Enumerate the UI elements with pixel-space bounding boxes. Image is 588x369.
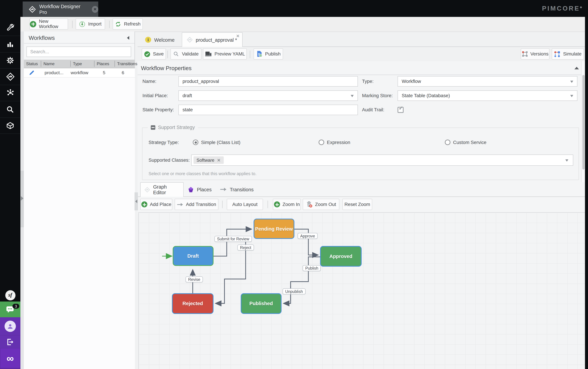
tab-product-approval[interactable]: product_approval * ✕ bbox=[182, 32, 243, 47]
row-transitions: 6 bbox=[122, 68, 124, 77]
graph-node-draft[interactable]: Draft bbox=[173, 246, 214, 266]
name-field[interactable]: product_approval bbox=[178, 76, 358, 87]
radio-simple-class-list[interactable] bbox=[193, 140, 198, 145]
workflow-search-input[interactable] bbox=[26, 46, 131, 57]
toolbar-divider bbox=[250, 51, 250, 58]
zoom-out-button[interactable]: Zoom Out bbox=[303, 199, 339, 210]
type-select[interactable]: Workflow bbox=[398, 76, 578, 87]
radio-custom-service[interactable] bbox=[445, 140, 450, 145]
collapse-panel-icon[interactable] bbox=[127, 36, 129, 40]
column-header-transitions[interactable]: Transitions bbox=[117, 60, 138, 68]
places-gem-icon bbox=[188, 186, 194, 193]
new-workflow-button[interactable]: New Workflow bbox=[30, 18, 68, 30]
assets-cube-icon bbox=[6, 121, 14, 130]
sidebar-item-search[interactable] bbox=[0, 101, 20, 118]
avatar bbox=[5, 321, 16, 332]
column-header-name[interactable]: Name bbox=[43, 60, 54, 68]
splitter-handle[interactable] bbox=[20, 171, 24, 227]
reports-icon bbox=[6, 40, 14, 48]
edit-pencil-icon[interactable] bbox=[29, 70, 35, 76]
tab-places[interactable]: Places bbox=[188, 182, 212, 197]
refresh-button[interactable]: Refresh bbox=[113, 18, 143, 30]
edge-label-publish[interactable]: Publish bbox=[303, 265, 321, 271]
main-content: i Welcome product_approval * ✕ Save Vali… bbox=[138, 31, 585, 369]
app-tab-close-icon[interactable]: ✕ bbox=[92, 6, 98, 13]
collapse-minus-icon[interactable] bbox=[151, 125, 155, 130]
workflows-panel-title: Workflows bbox=[29, 35, 55, 41]
tab-graph-editor[interactable]: Graph Editor bbox=[140, 182, 184, 197]
sidebar-item-symfony[interactable]: sf bbox=[0, 289, 20, 302]
validate-button[interactable]: Validate bbox=[170, 48, 201, 60]
add-place-button[interactable]: Add Place bbox=[140, 199, 172, 210]
settings-gear-icon bbox=[6, 56, 15, 65]
marking-store-select[interactable]: State Table (Database) bbox=[398, 90, 578, 101]
sidebar-item-tools[interactable] bbox=[0, 20, 20, 36]
state-property-field[interactable]: state bbox=[178, 105, 358, 115]
sidebar-item-profile[interactable] bbox=[0, 317, 20, 335]
supported-classes-label: Supported Classes: bbox=[149, 157, 190, 163]
add-transition-button[interactable]: Add Transition bbox=[175, 199, 219, 210]
sidebar-item-settings[interactable] bbox=[0, 52, 20, 69]
sidebar-item-logout[interactable] bbox=[0, 335, 20, 348]
versions-button[interactable]: Versions bbox=[521, 48, 549, 60]
class-tag-software[interactable]: Software ✕ bbox=[193, 156, 224, 164]
zoom-in-button[interactable]: Zoom In bbox=[273, 199, 301, 210]
app-tab-workflow-designer[interactable]: Workflow Designer Pro ✕ bbox=[23, 1, 98, 17]
save-check-icon bbox=[144, 51, 150, 57]
sidebar-splitter[interactable] bbox=[20, 31, 24, 369]
plus-circle-icon bbox=[141, 201, 147, 207]
grid-empty-area bbox=[24, 78, 135, 369]
graph-node-rejected[interactable]: Rejected bbox=[172, 293, 214, 314]
column-header-status[interactable]: Status bbox=[26, 60, 38, 68]
sidebar-item-connections[interactable] bbox=[0, 85, 20, 101]
close-tab-icon[interactable]: ✕ bbox=[236, 34, 239, 39]
tab-welcome[interactable]: i Welcome bbox=[140, 33, 180, 46]
toolbar-divider bbox=[72, 20, 72, 28]
simulate-button[interactable]: Simulate bbox=[552, 48, 584, 60]
import-button[interactable]: Import bbox=[76, 18, 105, 30]
sidebar-item-workflow[interactable] bbox=[0, 69, 20, 85]
tab-transitions[interactable]: Transitions bbox=[220, 182, 254, 197]
remove-tag-icon[interactable]: ✕ bbox=[217, 158, 220, 163]
graph-node-pending_review[interactable]: Pending Review bbox=[253, 219, 294, 239]
initial-place-select[interactable]: draft bbox=[178, 90, 358, 101]
initial-place-label: Initial Place: bbox=[142, 90, 168, 101]
edge-label-reject[interactable]: Reject bbox=[237, 245, 254, 251]
publish-button[interactable]: Publish bbox=[253, 48, 283, 60]
workflow-table-row[interactable]: product... workflow 5 6 bbox=[24, 68, 135, 78]
reset-zoom-button[interactable]: Reset Zoom bbox=[342, 199, 372, 210]
workflow-diamond-icon bbox=[6, 72, 14, 81]
edge-label-submit-for-review[interactable]: Submit for Review bbox=[214, 236, 252, 242]
audit-trail-checkbox[interactable]: ✓ bbox=[398, 107, 404, 113]
column-header-type[interactable]: Type bbox=[73, 60, 82, 68]
graph-node-approved[interactable]: Approved bbox=[320, 246, 361, 266]
sidebar-item-reports[interactable] bbox=[0, 36, 20, 53]
edge-label-unpublish[interactable]: Unpublish bbox=[283, 288, 306, 294]
main-sidebar: sf 3 ∞ bbox=[0, 0, 20, 369]
validate-magnifier-icon bbox=[173, 51, 179, 57]
sidebar-item-assets[interactable] bbox=[0, 117, 20, 134]
sidebar-item-pimcore[interactable]: ∞ bbox=[0, 348, 20, 369]
connections-hub-icon bbox=[6, 89, 14, 97]
check-icon: ✓ bbox=[399, 105, 403, 111]
panel-splitter-handle[interactable] bbox=[135, 192, 138, 210]
column-header-places[interactable]: Places bbox=[97, 60, 109, 68]
edge-label-revise[interactable]: Revise bbox=[185, 277, 203, 282]
workflows-grid-header[interactable]: Status Name Type Places Transitions bbox=[24, 60, 135, 68]
collapse-properties-icon[interactable] bbox=[574, 67, 579, 69]
sidebar-item-notifications[interactable]: 3 bbox=[0, 301, 20, 317]
edge-label-approve[interactable]: Approve bbox=[298, 233, 318, 239]
preview-yaml-button[interactable]: Preview YAML bbox=[203, 48, 247, 60]
supported-classes-field[interactable]: Software ✕ bbox=[191, 154, 573, 166]
collapse-left-icon bbox=[135, 200, 137, 203]
radio-expression[interactable] bbox=[319, 140, 324, 145]
save-button[interactable]: Save bbox=[142, 48, 166, 60]
properties-scrollbar[interactable] bbox=[581, 61, 585, 182]
auto-layout-button[interactable]: Auto Layout bbox=[227, 199, 263, 210]
workflow-graph-canvas[interactable]: DraftPending ReviewApprovedRejectedPubli… bbox=[138, 212, 585, 369]
scrollbar-thumb[interactable] bbox=[582, 75, 585, 170]
edge-approved-published[interactable] bbox=[284, 257, 321, 303]
graph-node-published[interactable]: Published bbox=[241, 293, 282, 314]
versions-icon bbox=[522, 51, 528, 57]
supported-classes-helper: Select one or more classes that this wor… bbox=[149, 171, 257, 176]
